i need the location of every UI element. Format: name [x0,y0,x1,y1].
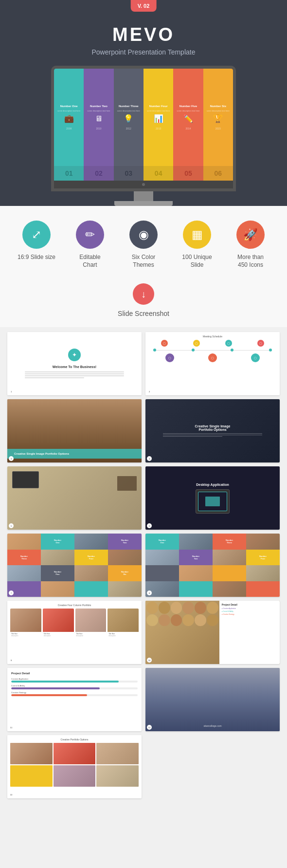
bar-track-2 [11,687,138,689]
meeting-dot-5: ◯ [165,353,174,362]
portfolio-cell-5 [54,765,96,787]
col-desc-6: some description text here [207,110,230,112]
feature-label-slide-size: 16:9 Slide size [18,254,55,261]
list-icon: ▦ [192,228,203,241]
portfolio-cell-6 [96,765,139,787]
monitor-dot [142,183,145,186]
bar-label-1: Creative Application [11,678,138,680]
feature-editable-chart: ✏ EditableChart [68,221,112,269]
slide-thumb-9[interactable]: Creative Four Column Portfolio Title Her… [7,601,142,664]
col-label-1: Number One [60,105,78,108]
col-year-4: 2013 [156,127,161,130]
city-text-container: stiancollege.com [203,724,221,727]
slide2-title: Meeting Schedule [148,335,277,338]
screenshots-grid: ✦ Welcome To The Business! 1 Meeting Sch… [7,332,280,798]
bar-label-2: Control & Ability [11,684,138,687]
slide-thumb-5[interactable]: 5 [7,466,142,530]
meeting-dot-4: ◯ [257,340,264,347]
col-img-3 [75,609,107,632]
slide-thumb-12[interactable]: stiancollege.com 12 [145,668,280,731]
grid-cell-8-5 [145,550,179,566]
grid-cell-7-5: NumberThree [7,550,41,566]
download-button[interactable]: ↓ [133,283,154,305]
col-year-6: 2015 [215,127,221,130]
notebook-mockup [117,476,137,491]
slide4-title: Creative Single ImagePortfolio Options [195,425,231,431]
slide-8-inner: NumberOne NumberThree NumberTwo NumberFo… [145,534,280,597]
col-img-1 [10,609,41,632]
col-desc-3: some description text here [117,110,140,112]
slide6-title: Desktop Application [196,483,229,486]
grid-cell-8-10 [179,565,213,581]
slide9-col-2: Title Heredescription [43,609,74,647]
col-text-1: Title Heredescription [10,632,41,638]
bar-track-1 [11,681,138,683]
feature-icon-editable-chart: ✏ [76,221,104,249]
col-label-3: Number Three [119,105,139,108]
num-5: 05 [173,166,203,181]
slide-thumb-2[interactable]: Meeting Schedule ◯ ◯ ◯ ◯ ◯ [145,332,280,395]
monitor-chin [54,181,233,188]
feature-label-color-themes: Six ColorThemes [132,254,156,269]
grid-cell-7-1 [7,534,41,550]
screen-numbers: 01 02 03 04 05 06 [54,166,233,181]
feature-slide-size: ⤢ 16:9 Slide size [15,221,58,261]
col-icon-2: 🖥 [95,114,103,123]
slide-10-inner: Project Detail ● Creative Application ● … [145,601,280,664]
screen-col-3: Number Three some description text here … [114,69,144,166]
slide9-col-4: Title Heredescription [108,609,139,647]
grid-cell-8-6: NumberTwo [179,550,213,566]
grid-cell-8-11 [213,565,246,581]
num-1: 01 [54,166,84,181]
slide-thumb-1[interactable]: ✦ Welcome To The Business! 1 [7,332,142,395]
slide-thumb-13[interactable]: Creative Portfolio Options 13 [7,735,142,798]
col-label-4: Number Four [149,105,168,108]
col-year-5: 2014 [185,127,191,130]
meeting-dot-3: ◯ [225,340,232,347]
slide-thumb-8[interactable]: NumberOne NumberThree NumberTwo NumberFo… [145,534,280,597]
grid-cell-7-10: NumberFive [41,565,74,581]
slide13-grid [10,743,139,787]
grid-cell-8-14 [179,581,213,597]
header-section: V. 02 MEVO Powerpoint Presentation Templ… [0,0,287,206]
app-subtitle: Powerpoint Presentation Template [10,48,277,56]
laptop-mockup [12,471,39,488]
col-label-2: Number Two [90,105,108,108]
grid-cell-7-16 [108,581,142,597]
slide11-progress-bars: Creative Application Control & Ability C… [11,678,138,696]
bar-fill-3 [11,694,87,696]
project-item-2: ● Control & Ability [222,610,277,612]
slide-thumb-10[interactable]: Project Detail ● Creative Application ● … [145,601,280,664]
grid-cell-7-12: NumberSix [108,565,142,581]
slide2-row-1: ◯ ◯ ◯ ◯ [148,340,277,347]
slide-thumb-3[interactable]: Creative Single Image Portfolio Options … [7,399,142,462]
slide-thumb-11[interactable]: Project Detail Creative Application Cont… [7,668,142,731]
bar-track-3 [11,694,138,696]
slide13-title: Creative Portfolio Options [10,738,139,741]
grid-cell-8-7 [213,550,246,566]
monitor-stand [51,191,236,206]
screen-col-4: Number Four some description text here 📊… [144,69,173,166]
feature-label-icons: More than450 Icons [237,254,264,269]
monitor-body: Number One some description text here 💼 … [51,66,236,191]
slide-2-inner: Meeting Schedule ◯ ◯ ◯ ◯ ◯ [145,332,280,395]
slide-thumb-6[interactable]: Desktop Application 6 [145,466,280,530]
col-year-1: 2009 [66,127,72,130]
slide-thumb-4[interactable]: Creative Single ImagePortfolio Options 4 [145,399,280,462]
portfolio-cell-2 [54,743,96,764]
bar-fill-2 [11,687,100,689]
slide-12-inner: stiancollege.com [145,668,280,731]
feature-icon-unique-slide: ▦ [183,221,211,249]
num-6: 06 [203,166,233,181]
slide-thumb-7[interactable]: NumberOne NumberTwo NumberThree NumberFo… [7,534,142,597]
screen-columns: Number One some description text here 💼 … [54,69,233,166]
bar-row-2: Control & Ability [11,684,138,689]
screen-col-6: Number Six some description text here 🏆 … [203,69,233,166]
slide9-col-1: Title Heredescription [10,609,41,647]
feature-icons: 🚀 More than450 Icons [229,221,272,269]
app-title: MEVO [10,24,277,45]
grid-cell-7-3 [74,534,108,550]
slide6-screen-mockup [196,489,230,514]
grid-cell-8-3: NumberThree [213,534,246,550]
col-icon-3: 💡 [124,114,133,123]
